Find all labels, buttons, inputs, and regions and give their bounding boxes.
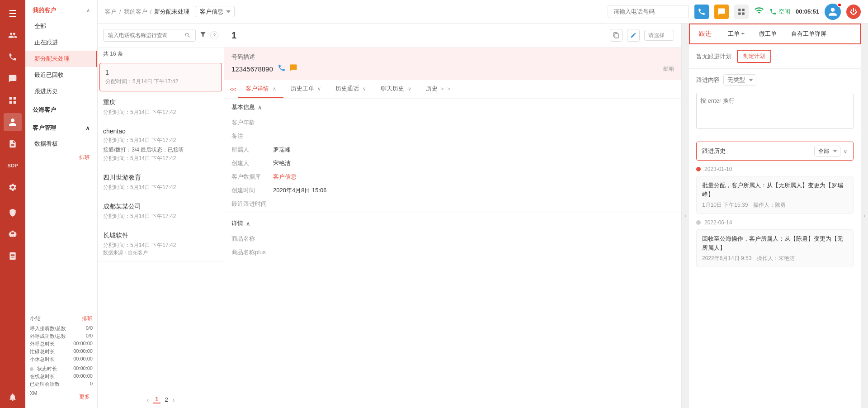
customer-item-2[interactable]: chentao 分配时间：5月14日 下午17:42 接通/拨打：3/4 最后状… xyxy=(98,122,224,168)
follow-section: 跟进内容 无类型 xyxy=(689,69,861,136)
page-2-btn[interactable]: 2 xyxy=(165,396,168,403)
tab-chat-history[interactable]: 聊天历史 ∨ xyxy=(373,80,419,98)
right-panel: 跟进 工单 + 微工单 自有工单弹屏 暂无跟进计划 制定计划 跟进内容 无类型 xyxy=(689,24,861,408)
tab-customer-detail[interactable]: 客户详情 ∧ xyxy=(238,80,283,98)
phone-call-btn[interactable] xyxy=(278,64,286,74)
breadcrumb-my-customers[interactable]: 我的客户 xyxy=(124,8,147,16)
detail-title: 1 xyxy=(231,30,236,41)
customer-item-5[interactable]: 长城软件 分配时间：5月14日 下午17:42 数据来源：自拓客户 xyxy=(98,226,224,262)
breadcrumb-customers[interactable]: 客户 xyxy=(105,8,117,16)
nav-icon-robot[interactable] xyxy=(4,225,22,243)
next-page-btn[interactable]: › xyxy=(173,396,175,403)
no-plan-text: 暂无跟进计划 xyxy=(696,52,731,61)
stat-val-3: 00:00:00 xyxy=(73,348,93,355)
sidebar-item-recently-recycled[interactable]: 最近已回收 xyxy=(25,67,97,83)
stat-label-3: 忙碌总时长 xyxy=(30,348,55,355)
more-btn[interactable]: 更多 xyxy=(76,390,93,403)
phone-actions xyxy=(278,64,297,74)
detail-edit-icon[interactable] xyxy=(627,29,640,42)
nav-icon-customers[interactable] xyxy=(4,26,22,44)
tab-work-order[interactable]: 工单 + xyxy=(721,24,752,43)
customer-item-4[interactable]: 成都某某公司 分配时间：5月14日 下午17:42 xyxy=(98,197,224,226)
summary-label: 小结 xyxy=(30,315,41,323)
stats-section: 小结 排班 呼入接听数/总数 0/0 外呼成功数/总数 0/0 外呼总时长 00… xyxy=(25,311,97,408)
history-entry-meta-0: 1月10日 下午15:39 操作人：陈勇 xyxy=(702,201,848,209)
divider xyxy=(224,213,681,213)
menu-icon[interactable]: ☰ xyxy=(5,5,20,23)
stat-label-5: 状态时长 xyxy=(30,365,57,372)
right-collapse-btn[interactable]: ‹ xyxy=(861,24,868,408)
sidebar-item-dashboard[interactable]: 数据看板 xyxy=(25,136,97,152)
tab-call-history[interactable]: 历史通话 ∨ xyxy=(328,80,373,98)
message-button[interactable] xyxy=(714,5,729,19)
schedule-btn2[interactable]: 排班 xyxy=(82,315,93,323)
tab-history[interactable]: 历史 > > xyxy=(419,80,458,98)
nav-icon-bell[interactable] xyxy=(4,388,22,406)
field-label-note: 备注 xyxy=(231,132,268,140)
sidebar-item-following[interactable]: 正在跟进 xyxy=(25,34,97,51)
nav-icon-grid[interactable] xyxy=(4,91,22,109)
grid-button[interactable] xyxy=(734,5,749,19)
tab-follow[interactable]: 跟进 xyxy=(690,24,721,44)
content-row: ? 共 16 条 1 分配时间：5月14日 下午17:42 重庆 分配时间：5月… xyxy=(98,24,868,408)
power-button[interactable]: ⏻ xyxy=(846,5,861,19)
customer-time-0: 分配时间：5月14日 下午17:42 xyxy=(105,78,216,85)
follow-textarea[interactable] xyxy=(696,93,854,129)
customer-source-5: 数据来源：自拓客户 xyxy=(103,249,218,256)
nav-icon-book[interactable] xyxy=(4,247,22,265)
phone-msg-btn[interactable] xyxy=(289,64,297,74)
nav-icon-sop[interactable]: SOP xyxy=(4,157,22,175)
call-button[interactable] xyxy=(694,5,709,19)
stat-val-2: 00:00:00 xyxy=(73,341,93,347)
field-value-created: 2020年4月8日 15:06 xyxy=(273,186,327,195)
customer-item-1[interactable]: 重庆 分配时间：5月14日 下午17:42 xyxy=(98,93,224,122)
customer-info-select[interactable]: 客户信息 xyxy=(195,6,235,17)
stat-label-0: 呼入接听数/总数 xyxy=(30,325,66,332)
phone-input[interactable] xyxy=(608,5,689,18)
current-page[interactable]: 1 xyxy=(153,396,160,403)
stat-label-6: 在线总时长 xyxy=(30,373,55,380)
tab-work-orders[interactable]: 历史工单 ∨ xyxy=(283,80,329,98)
tab-mini-work-order[interactable]: 微工单 xyxy=(752,24,784,43)
sidebar-item-all[interactable]: 全部 xyxy=(25,18,97,34)
customer-name-2: chentao xyxy=(103,128,218,135)
follow-type-select[interactable]: 无类型 xyxy=(723,74,756,85)
basic-info-section[interactable]: 基本信息 ∧ xyxy=(224,99,681,116)
field-label-last-follow: 最近跟进时间 xyxy=(231,200,268,208)
nav-icon-document[interactable] xyxy=(4,135,22,153)
sidebar-item-new-unhandled[interactable]: 新分配未处理 xyxy=(25,51,97,67)
section1-arrow[interactable]: ∧ xyxy=(86,8,90,14)
nav-icon-person[interactable] xyxy=(4,113,22,131)
detail-section[interactable]: 详情 ∧ xyxy=(224,215,681,232)
field-label-product: 商品名称 xyxy=(231,235,268,243)
status-text: 空闲 xyxy=(778,8,790,16)
nav-icon-chat[interactable] xyxy=(4,70,22,88)
search-input[interactable] xyxy=(108,32,182,38)
sidebar-item-follow-history[interactable]: 跟进历史 xyxy=(25,83,97,100)
detail-copy-icon[interactable] xyxy=(610,29,623,42)
customer-time-1: 分配时间：5月14日 下午17:42 xyxy=(103,109,218,116)
prev-page-btn[interactable]: ‹ xyxy=(147,396,149,403)
nav-icon-phone[interactable] xyxy=(4,48,22,66)
nav-icon-shield[interactable] xyxy=(4,204,22,222)
left-collapse-btn[interactable]: ‹ xyxy=(682,24,689,408)
make-plan-button[interactable]: 制定计划 xyxy=(737,50,771,63)
tab-own-work-order[interactable]: 自有工单弹屏 xyxy=(784,24,834,43)
history-filter-select[interactable]: 全部 xyxy=(814,146,840,157)
tabs-prev-btn[interactable]: << xyxy=(228,81,238,97)
customer-time-5: 分配时间：5月14日 下午17:42 xyxy=(103,242,218,249)
customer-item-3[interactable]: 四川世游教育 分配时间：5月14日 下午17:42 xyxy=(98,168,224,197)
field-value-owner: 罗瑞峰 xyxy=(273,146,291,154)
customer-item-0[interactable]: 1 分配时间：5月14日 下午17:42 xyxy=(99,63,222,91)
phone-label: 号码描述 xyxy=(231,53,674,61)
search-area: ? xyxy=(98,24,224,47)
schedule-btn[interactable]: 排班 xyxy=(79,154,90,161)
section3-arrow[interactable]: ∧ xyxy=(85,125,90,132)
history-entry-text-0: 批量分配，客户所属人：从【无所属人】变更为【罗瑞峰】 xyxy=(702,181,848,199)
filter-icon[interactable] xyxy=(199,31,207,40)
detail-header-right: 请选择 xyxy=(610,29,674,42)
detail-type-select[interactable]: 请选择 xyxy=(644,30,674,41)
help-icon[interactable]: ? xyxy=(210,31,218,39)
nav-icon-settings[interactable] xyxy=(4,178,22,196)
field-value-database[interactable]: 客户信息 xyxy=(273,173,297,181)
